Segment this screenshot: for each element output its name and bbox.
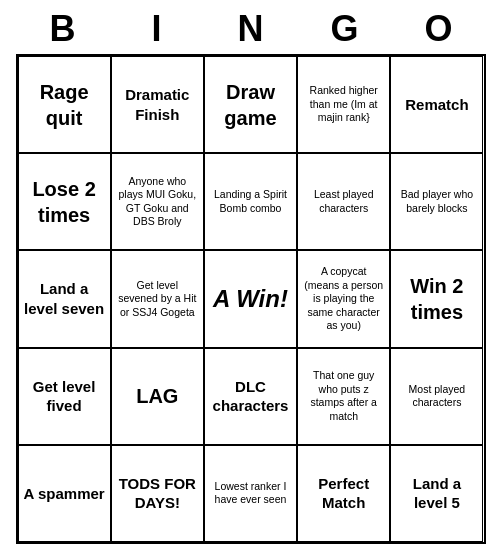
bingo-cell-4[interactable]: Rematch bbox=[390, 56, 483, 153]
bingo-cell-13[interactable]: A copycat (means a person is playing the… bbox=[297, 250, 390, 347]
bingo-cell-11[interactable]: Get level sevened by a Hit or SSJ4 Goget… bbox=[111, 250, 204, 347]
bingo-cell-19[interactable]: Most played characters bbox=[390, 348, 483, 445]
bingo-cell-20[interactable]: A spammer bbox=[18, 445, 111, 542]
bingo-grid: Rage quitDramatic FinishDraw gameRanked … bbox=[16, 54, 486, 544]
bingo-cell-9[interactable]: Bad player who barely blocks bbox=[390, 153, 483, 250]
bingo-cell-3[interactable]: Ranked higher than me (Im at majin rank} bbox=[297, 56, 390, 153]
bingo-cell-15[interactable]: Get level fived bbox=[18, 348, 111, 445]
bingo-cell-8[interactable]: Least played characters bbox=[297, 153, 390, 250]
bingo-cell-5[interactable]: Lose 2 times bbox=[18, 153, 111, 250]
bingo-cell-23[interactable]: Perfect Match bbox=[297, 445, 390, 542]
bingo-cell-7[interactable]: Landing a Spirit Bomb combo bbox=[204, 153, 297, 250]
bingo-cell-6[interactable]: Anyone who plays MUI Goku, GT Goku and D… bbox=[111, 153, 204, 250]
bingo-cell-22[interactable]: Lowest ranker I have ever seen bbox=[204, 445, 297, 542]
bingo-cell-24[interactable]: Land a level 5 bbox=[390, 445, 483, 542]
bingo-cell-1[interactable]: Dramatic Finish bbox=[111, 56, 204, 153]
bingo-cell-18[interactable]: That one guy who puts z stamps after a m… bbox=[297, 348, 390, 445]
bingo-cell-10[interactable]: Land a level seven bbox=[18, 250, 111, 347]
letter-b: B bbox=[20, 8, 106, 50]
letter-i: I bbox=[114, 8, 200, 50]
bingo-cell-16[interactable]: LAG bbox=[111, 348, 204, 445]
bingo-cell-21[interactable]: TODS FOR DAYS! bbox=[111, 445, 204, 542]
letter-o: O bbox=[396, 8, 482, 50]
bingo-header: B I N G O bbox=[16, 0, 486, 54]
bingo-cell-14[interactable]: Win 2 times bbox=[390, 250, 483, 347]
bingo-cell-0[interactable]: Rage quit bbox=[18, 56, 111, 153]
bingo-cell-12[interactable]: A Win! bbox=[204, 250, 297, 347]
bingo-cell-2[interactable]: Draw game bbox=[204, 56, 297, 153]
letter-n: N bbox=[208, 8, 294, 50]
letter-g: G bbox=[302, 8, 388, 50]
bingo-cell-17[interactable]: DLC characters bbox=[204, 348, 297, 445]
